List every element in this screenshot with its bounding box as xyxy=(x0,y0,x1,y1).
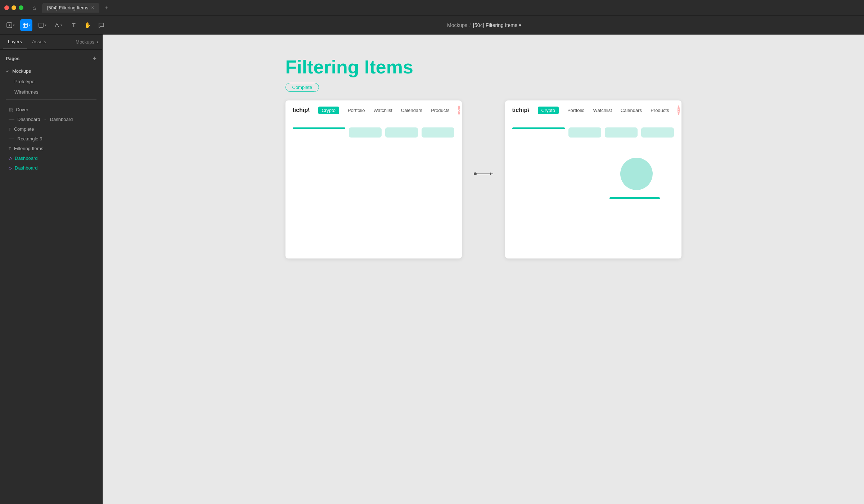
tab-mockups[interactable]: Mockups ▲ xyxy=(71,35,99,49)
nav-watchlist-2[interactable]: Watchlist xyxy=(593,108,612,113)
tab-title: [504] Filtering Items xyxy=(47,5,88,10)
svg-point-1 xyxy=(9,24,10,26)
layers-section: 🖼 Cover Dashboard → Dashboard T Complete… xyxy=(0,102,102,173)
sidebar-tabs: Layers Assets Mockups ▲ xyxy=(0,35,102,50)
nav-calendars-2[interactable]: Calendars xyxy=(621,108,642,113)
tool-group-left: ▾ xyxy=(4,19,17,31)
frame-filter-bar-1 xyxy=(293,127,455,138)
frame-nav-2: tichip\ Crypto Portfolio Watchlist Calen… xyxy=(505,100,681,120)
nav-portfolio-1[interactable]: Portfolio xyxy=(348,108,365,113)
filter-pill-5[interactable] xyxy=(605,127,638,138)
layer-item-label: Dashboard xyxy=(15,165,38,171)
page-item-mockups[interactable]: ✓ Mockups xyxy=(0,66,102,76)
frame-body-1 xyxy=(293,143,455,251)
page-item-wireframes[interactable]: Wireframes xyxy=(0,87,102,97)
page-item-label: Mockups xyxy=(12,68,31,74)
tab-close-button[interactable]: ✕ xyxy=(91,5,94,10)
filter-active-bar-2 xyxy=(512,127,565,129)
frame-filter-bar-2 xyxy=(512,127,674,138)
nav-products-2[interactable]: Products xyxy=(651,108,669,113)
title-bar: ⌂ [504] Filtering Items ✕ + xyxy=(0,0,864,16)
workspace-tool-button[interactable]: ▾ xyxy=(4,19,17,31)
toolbar: ▾ ▾ ▾ ▾ T ✋ xyxy=(0,16,864,35)
tab-layers[interactable]: Layers xyxy=(3,35,27,49)
text-icon: T xyxy=(9,127,11,131)
frame-content-2 xyxy=(505,120,681,258)
canvas-content: Filtering Items Complete tichip\ Crypto … xyxy=(285,56,681,258)
svg-rect-5 xyxy=(39,23,43,27)
canvas: Filtering Items Complete tichip\ Crypto … xyxy=(103,35,864,504)
layer-item-cover[interactable]: 🖼 Cover xyxy=(0,105,102,114)
traffic-light-green[interactable] xyxy=(19,5,23,10)
pages-label: Pages xyxy=(6,56,19,61)
tab-add-button[interactable]: + xyxy=(102,4,111,12)
canvas-title-area: Filtering Items Complete xyxy=(285,56,681,92)
mockup-frame-1: tichip\ Crypto Portfolio Watchlist Calen… xyxy=(285,100,462,258)
nav-products-1[interactable]: Products xyxy=(431,108,449,113)
page-item-label: Prototype xyxy=(14,79,35,84)
filter-pill-1[interactable] xyxy=(349,127,382,138)
modal-bar xyxy=(609,197,660,199)
hand-tool-button[interactable]: ✋ xyxy=(81,19,94,31)
dash-icon xyxy=(9,119,14,120)
filter-pill-3[interactable] xyxy=(422,127,454,138)
tool-group-vector: ▾ xyxy=(52,19,64,31)
vector-tool-button[interactable]: ▾ xyxy=(52,19,64,31)
arrow-icon: → xyxy=(43,117,47,122)
filter-active-bar-1 xyxy=(293,127,345,129)
layer-item-dashboard-1[interactable]: ◇ Dashboard xyxy=(0,153,102,163)
pages-header: Pages + xyxy=(0,50,102,66)
modal-circle xyxy=(620,158,653,190)
browser-tab[interactable]: [504] Filtering Items ✕ xyxy=(42,3,99,13)
nav-watchlist-1[interactable]: Watchlist xyxy=(374,108,392,113)
breadcrumb-separator: / xyxy=(469,22,471,28)
tab-assets[interactable]: Assets xyxy=(27,35,51,49)
layer-item-label-2: Dashboard xyxy=(50,117,73,122)
breadcrumb-chevron[interactable]: ▾ xyxy=(519,22,521,28)
filter-pill-6[interactable] xyxy=(641,127,674,138)
breadcrumb-parent: Mockups xyxy=(447,22,467,28)
shape-tool-button[interactable]: ▾ xyxy=(36,19,48,31)
filter-pill-4[interactable] xyxy=(568,127,601,138)
frame-logo-1: tichip\ xyxy=(293,107,310,113)
frame-body-2 xyxy=(512,143,674,251)
layer-item-label: Dashboard xyxy=(15,156,38,161)
pages-add-button[interactable]: + xyxy=(93,55,96,62)
layer-item-label: Cover xyxy=(16,107,28,112)
nav-crypto-2[interactable]: Crypto xyxy=(538,107,559,114)
layer-item-rectangle9[interactable]: Rectangle 9 xyxy=(0,134,102,144)
layer-item-dashboard-2[interactable]: ◇ Dashboard xyxy=(0,163,102,173)
page-divider xyxy=(6,99,96,100)
canvas-title: Filtering Items xyxy=(285,56,681,78)
traffic-light-yellow[interactable] xyxy=(12,5,16,10)
layer-item-filtering-items[interactable]: T Filtering Items xyxy=(0,144,102,153)
frame-tool-button[interactable]: ▾ xyxy=(20,19,32,31)
home-icon[interactable]: ⌂ xyxy=(29,3,39,13)
breadcrumb-current-label: [504] Filtering Items xyxy=(473,22,517,28)
frame-avatar-2: c xyxy=(678,105,680,115)
layer-item-label: Filtering Items xyxy=(14,146,44,151)
page-item-prototype[interactable]: Prototype xyxy=(0,76,102,87)
nav-portfolio-2[interactable]: Portfolio xyxy=(567,108,585,113)
nav-calendars-1[interactable]: Calendars xyxy=(401,108,422,113)
filter-pill-2[interactable] xyxy=(385,127,418,138)
page-item-label: Wireframes xyxy=(14,89,38,95)
layer-item-label: Complete xyxy=(14,126,34,132)
layer-item-complete[interactable]: T Complete xyxy=(0,124,102,134)
image-icon: 🖼 xyxy=(9,107,13,112)
layer-item-dashboard-dashboard[interactable]: Dashboard → Dashboard xyxy=(0,114,102,124)
traffic-light-red[interactable] xyxy=(4,5,9,10)
sidebar: Layers Assets Mockups ▲ Pages + ✓ Mockup… xyxy=(0,35,103,504)
arrow-connector xyxy=(473,172,494,175)
nav-crypto-1[interactable]: Crypto xyxy=(318,107,339,114)
tool-group-shape: ▾ xyxy=(36,19,48,31)
frame-nav-1: tichip\ Crypto Portfolio Watchlist Calen… xyxy=(285,100,462,120)
frame-logo-2: tichip\ xyxy=(512,107,529,113)
diamond-icon: ◇ xyxy=(9,156,12,161)
frames-row: tichip\ Crypto Portfolio Watchlist Calen… xyxy=(285,100,681,258)
page-check-icon: ✓ xyxy=(6,69,9,74)
arrow-line xyxy=(475,174,493,174)
comment-tool-button[interactable] xyxy=(95,19,107,31)
tool-group-frame: ▾ xyxy=(20,19,32,31)
text-tool-button[interactable]: T xyxy=(68,19,80,31)
